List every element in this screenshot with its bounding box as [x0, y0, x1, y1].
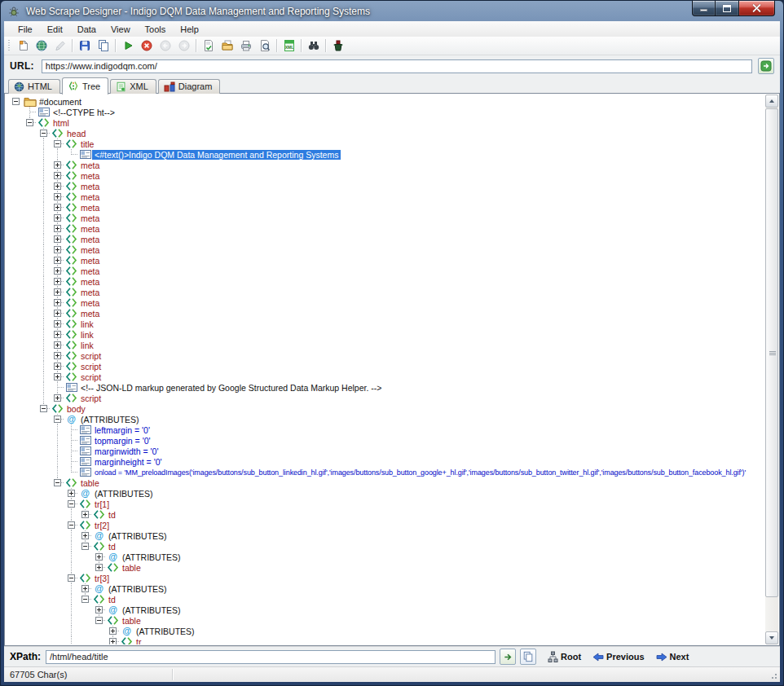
tree-node[interactable]: meta — [9, 244, 765, 255]
tree-node[interactable]: td — [9, 594, 765, 605]
collapse-icon[interactable] — [26, 119, 33, 126]
open-folder-button[interactable] — [218, 37, 236, 55]
tree-node[interactable]: meta — [9, 181, 765, 191]
tree-node[interactable]: script — [9, 372, 765, 382]
tree-node[interactable]: td — [9, 541, 765, 552]
tab-tree[interactable]: Tree — [62, 77, 108, 95]
tree-node[interactable]: tr — [9, 636, 765, 644]
tree-node-label[interactable]: td — [106, 510, 118, 520]
tree-node-label[interactable]: tr — [134, 637, 143, 645]
url-go-button[interactable] — [758, 58, 774, 74]
menu-file[interactable]: File — [11, 23, 40, 36]
scroll-down-button[interactable] — [765, 631, 778, 644]
tree-node[interactable]: <!--CTYPE ht--> — [9, 107, 765, 117]
scrollbar-thumb[interactable] — [765, 108, 778, 597]
tree-node[interactable]: #document — [9, 96, 765, 107]
expand-icon[interactable] — [54, 341, 61, 349]
expand-icon[interactable] — [81, 511, 89, 518]
tree-node[interactable]: script — [9, 393, 765, 403]
expand-icon[interactable] — [54, 320, 61, 328]
tree-node-label[interactable]: script — [78, 351, 104, 361]
tree-node-label[interactable]: #document — [37, 97, 84, 107]
tree-node[interactable]: head — [9, 128, 765, 139]
expand-icon[interactable] — [95, 564, 103, 571]
tree-node[interactable]: @(ATTRIBUTES) — [9, 626, 765, 636]
tree-node[interactable]: meta — [9, 234, 765, 244]
tree-node-label[interactable]: link — [78, 319, 96, 329]
run-button[interactable] — [118, 37, 137, 55]
tree-node[interactable]: meta — [9, 297, 765, 308]
tree-node-label[interactable]: meta — [78, 182, 102, 191]
expand-icon[interactable] — [54, 363, 61, 370]
tree-node-label[interactable]: script — [78, 372, 104, 382]
tree-node[interactable]: meta — [9, 266, 765, 276]
back-button[interactable] — [156, 37, 174, 55]
xpath-copy-button[interactable] — [520, 649, 536, 665]
tree-node[interactable]: meta — [9, 287, 765, 297]
tree-node[interactable]: meta — [9, 160, 765, 170]
collapse-icon[interactable] — [40, 130, 47, 137]
menu-help[interactable]: Help — [173, 23, 206, 36]
tree-node[interactable]: <!-- JSON-LD markup generated by Google … — [9, 382, 765, 393]
tree-node[interactable]: link — [9, 329, 765, 340]
expand-icon[interactable] — [54, 204, 61, 211]
tree-node-label[interactable]: td — [106, 595, 118, 605]
expand-icon[interactable] — [54, 352, 61, 359]
tree-node[interactable]: @(ATTRIBUTES) — [9, 530, 765, 541]
next-link[interactable]: Next — [656, 652, 689, 662]
tree-node[interactable]: script — [9, 361, 765, 372]
tree-node-label[interactable]: table — [78, 478, 102, 488]
tree-node-label[interactable]: meta — [78, 192, 102, 202]
expand-icon[interactable] — [68, 490, 75, 497]
tree-node-label[interactable]: (ATTRIBUTES) — [92, 489, 156, 499]
tree-node-label[interactable]: body — [64, 404, 88, 414]
close-button[interactable] — [738, 1, 775, 16]
expand-icon[interactable] — [54, 257, 61, 264]
expand-icon[interactable] — [95, 606, 103, 613]
expand-icon[interactable] — [54, 235, 61, 243]
tree-node-label[interactable]: (ATTRIBUTES) — [120, 605, 183, 615]
menu-data[interactable]: Data — [70, 23, 104, 36]
tree-node[interactable]: link — [9, 319, 765, 329]
tree-node[interactable]: meta — [9, 213, 765, 223]
tree-node[interactable]: tr[2] — [9, 520, 765, 530]
tree-node-label[interactable]: script — [78, 394, 104, 403]
expand-icon[interactable] — [54, 331, 61, 338]
tree-node-label[interactable]: (ATTRIBUTES) — [106, 531, 170, 541]
open-url-button[interactable] — [32, 37, 51, 55]
menu-tools[interactable]: Tools — [138, 23, 174, 36]
tree-node[interactable]: topmargin = '0' — [9, 435, 765, 446]
tree-node[interactable]: table — [9, 615, 765, 626]
tab-html[interactable]: HTML — [8, 79, 60, 94]
expand-icon[interactable] — [54, 214, 61, 222]
tree-node[interactable]: meta — [9, 276, 765, 287]
scroll-up-button[interactable] — [765, 95, 778, 108]
collapse-icon[interactable] — [12, 98, 20, 105]
tree-node-label[interactable]: meta — [78, 203, 102, 213]
tree-node-label[interactable]: tr[2] — [92, 521, 112, 530]
tree-node-label[interactable]: meta — [78, 161, 102, 170]
expand-icon[interactable] — [109, 627, 117, 635]
tree-node-label[interactable]: (ATTRIBUTES) — [106, 584, 170, 594]
vertical-scrollbar[interactable] — [765, 95, 778, 644]
expand-icon[interactable] — [54, 172, 61, 179]
tree-node[interactable]: meta — [9, 223, 765, 234]
tree-node-label[interactable]: meta — [78, 277, 102, 287]
tree-node[interactable]: body — [9, 403, 765, 414]
tree-node[interactable]: meta — [9, 202, 765, 213]
tree-node-label[interactable]: (ATTRIBUTES) — [134, 627, 197, 636]
tree-node-label[interactable]: link — [78, 341, 96, 350]
expand-icon[interactable] — [81, 532, 89, 539]
tree-node[interactable]: meta — [9, 191, 765, 202]
collapse-icon[interactable] — [68, 574, 75, 582]
tab-xml[interactable]: XML — [110, 79, 156, 94]
tree-node-label[interactable]: topmargin = '0' — [92, 436, 153, 446]
collapse-icon[interactable] — [54, 479, 61, 486]
expand-icon[interactable] — [54, 288, 61, 296]
stop-button[interactable] — [137, 37, 156, 55]
expand-icon[interactable] — [54, 246, 61, 253]
tree-node-label[interactable]: meta — [78, 235, 102, 244]
tree-node[interactable]: tr[3] — [9, 573, 765, 583]
expand-icon[interactable] — [54, 161, 61, 169]
expand-icon[interactable] — [54, 299, 61, 306]
